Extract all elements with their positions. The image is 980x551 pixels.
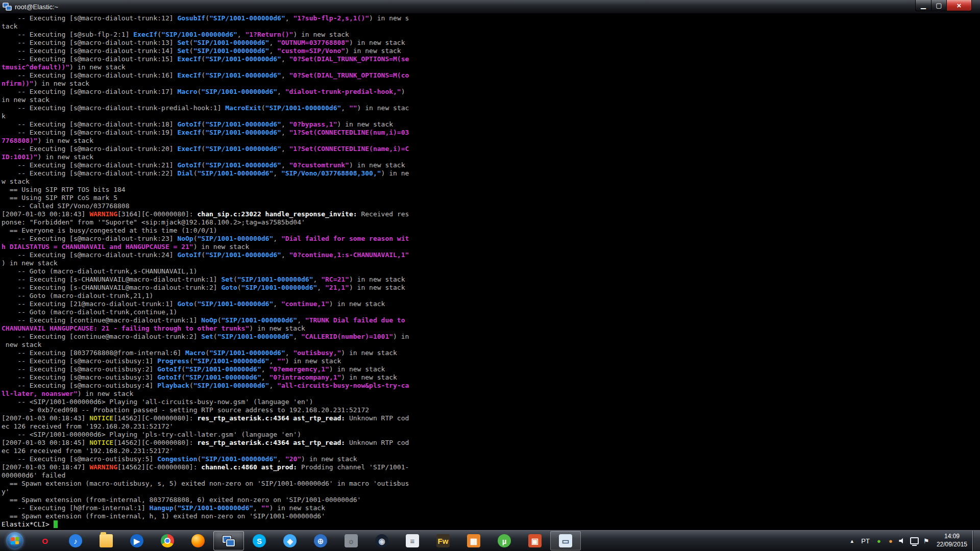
maximize-button[interactable]: ▢ (932, 0, 946, 11)
terminal-segment: , (269, 47, 277, 55)
taskbar-utorrent[interactable]: µ (489, 531, 520, 550)
taskbar-putty[interactable] (213, 531, 244, 550)
terminal-segment: NOTICE (89, 439, 113, 446)
taskbar-settings[interactable]: ☼ (336, 531, 366, 550)
taskbar-image-viewer[interactable]: ▣ (520, 531, 550, 550)
terminal-line: == Spawn extension (macro-outisbusy, s, … (2, 480, 980, 488)
terminal-segment: -- Executing [continue@macro-dialout-tru… (2, 316, 201, 324)
snipping-tool-icon: ▭ (559, 534, 572, 547)
terminal-segment: "SIP/1001-000000d6" (205, 71, 281, 79)
terminal-line: -- Executing [s@macro-dialout-trunk:17] … (2, 88, 980, 96)
terminal-segment: "all-circuits-busy-now&pls-try-ca (277, 382, 409, 389)
terminal-segment: -- Executing [continue@macro-dialout-tru… (2, 333, 201, 340)
terminal-segment: ) in new stack (37, 137, 93, 144)
taskbar-fireworks[interactable]: Fw (428, 531, 458, 550)
terminal-segment: -- Called SIP/Vono/037768808 (2, 202, 129, 210)
terminal-segment: WARNING (89, 210, 117, 218)
terminal-segment: == Spawn extension (from-internal, h, 1)… (2, 512, 325, 520)
terminal-segment: "1?Set(CONNECTEDLINE(name,i)=C (289, 145, 409, 153)
terminal-segment: -- Executing [s-CHANUNAVAIL@macro-dialou… (2, 284, 221, 291)
terminal-segment: "1?Set(CONNECTEDLINE(num,i)=03 (289, 129, 409, 136)
terminal-line: -- Executing [s@macro-outisbusy:3] GotoI… (2, 373, 980, 382)
language-indicator[interactable]: PT (860, 536, 871, 546)
terminal-segment: "SIP/1001-000000d6" (201, 88, 277, 95)
taskbar-itunes[interactable]: ♪ (60, 531, 91, 550)
titlebar[interactable]: root@Elastic:~ ▁ ▢ × (0, 0, 980, 14)
terminal-segment: -- Executing [8037768808@from-internal:6… (2, 349, 185, 357)
show-desktop-button[interactable] (972, 531, 980, 551)
taskbar-notepad[interactable]: ≡ (397, 531, 428, 550)
terminal-segment: ( (237, 284, 241, 291)
terminal-segment: "" (277, 357, 285, 365)
terminal-segment: [3164][C-00000080]: (117, 210, 198, 218)
terminal-segment: NoOp (201, 316, 217, 324)
terminal-segment: , (237, 31, 246, 38)
terminal-line: > 0xb7ced098 -- Probation passed - setti… (2, 406, 980, 414)
minimize-button[interactable]: ▁ (915, 0, 932, 11)
taskbar-clock[interactable]: 14:09 22/09/2015 (935, 531, 972, 551)
terminal-line: -- Executing [s@macro-outisbusy:2] GotoI… (2, 365, 980, 373)
antivirus-icon[interactable]: ● (875, 536, 883, 546)
terminal-segment: WARNING (89, 463, 117, 471)
speaker-glyph (899, 538, 905, 544)
terminal-segment: ) in new stack (269, 504, 325, 512)
terminal-segment: == Using SIP RTP TOS bits 184 (2, 186, 126, 193)
terminal-segment: , (341, 104, 349, 112)
terminal-segment: Set (177, 39, 189, 46)
taskbar-opera[interactable]: O (30, 531, 60, 550)
terminal-segment: Goto (177, 300, 193, 308)
media-player-icon: ▶ (130, 534, 143, 547)
terminal-segment: Progress (157, 357, 189, 365)
terminal-segment: ( (193, 235, 198, 242)
taskbar-firefox[interactable] (183, 531, 213, 550)
taskbar-snipping-tool[interactable]: ▭ (550, 531, 581, 550)
chrome-icon (161, 534, 174, 547)
update-icon[interactable]: ● (887, 536, 895, 546)
terminal-segment: -- Goto (macro-dialout-trunk,s-CHANUNAVA… (2, 267, 198, 275)
terminal-segment: ) in new s (369, 14, 409, 22)
taskbar-media-player[interactable]: ▶ (121, 531, 152, 550)
taskbar-skype[interactable]: S (244, 531, 275, 550)
volume-icon[interactable] (898, 536, 906, 546)
terminal-segment: tmusic^default))" (2, 63, 69, 71)
terminal-segment: GotoIf (177, 251, 201, 259)
taskbar-file-explorer[interactable] (91, 531, 121, 550)
terminal-segment: "SIP/1001-000000d6" (265, 104, 341, 112)
terminal-segment: , (281, 71, 289, 79)
terminal-segment: -- Executing [s@macro-dialout-trunk:16] (2, 71, 177, 79)
terminal-segment: "" (349, 104, 357, 112)
action-center-icon[interactable]: ⚑ (922, 536, 930, 546)
terminal-segment: -- Executing [s@macro-dialout-trunk:13] (2, 39, 177, 46)
terminal-line: -- <SIP/1001-000000d6> Playing 'pls-try-… (2, 431, 980, 439)
close-button[interactable]: × (946, 0, 972, 11)
taskbar-internet-globe[interactable]: ⊕ (305, 531, 336, 550)
taskbar-safari[interactable]: ◈ (275, 531, 305, 550)
taskbar-steam[interactable]: ◉ (366, 531, 397, 550)
putty-window-icon (3, 2, 12, 11)
taskbar-chrome[interactable] (152, 531, 183, 550)
terminal-line: -- Executing [s-CHANUNAVAIL@macro-dialou… (2, 276, 980, 284)
terminal-segment: == Everyone is busy/congested at this ti… (2, 227, 217, 234)
terminal-line: ec 126 received from '192.168.20.231:521… (2, 422, 980, 431)
terminal-segment: , (281, 145, 289, 153)
settings-icon: ☼ (345, 534, 358, 547)
terminal-segment: ) in new stack (349, 276, 405, 283)
terminal-line: -- Executing [s@macro-dialout-trunk:12] … (2, 14, 980, 22)
terminal-segment: , (297, 316, 305, 324)
terminal-segment: nfirm))" (2, 80, 34, 87)
terminal-line: -- Executing [s@macro-dialout-trunk:20] … (2, 145, 980, 153)
terminal-segment: ) in new stac (357, 104, 409, 112)
taskbar-photo-gallery[interactable]: ▦ (458, 531, 489, 550)
terminal-line: Elastix*CLI> (2, 520, 980, 529)
terminal-segment: "SIP/1001-000000d6" (198, 235, 274, 242)
terminal-output[interactable]: -- Executing [s@macro-dialout-trunk:12] … (0, 13, 980, 531)
hidden-icons-chevron[interactable]: ▴ (848, 536, 856, 546)
terminal-segment: res_rtp_asterisk.c:4364 ast_rtp_read: (198, 439, 346, 446)
start-button[interactable] (0, 531, 30, 551)
terminal-segment: ) in new stack (301, 455, 357, 463)
network-icon[interactable] (910, 536, 919, 546)
terminal-segment: , (261, 373, 270, 381)
terminal-segment: ExecIf (177, 55, 201, 63)
skype-icon: S (253, 534, 266, 547)
terminal-line: -- Executing [s@macro-dialout-trunk:22] … (2, 169, 980, 178)
